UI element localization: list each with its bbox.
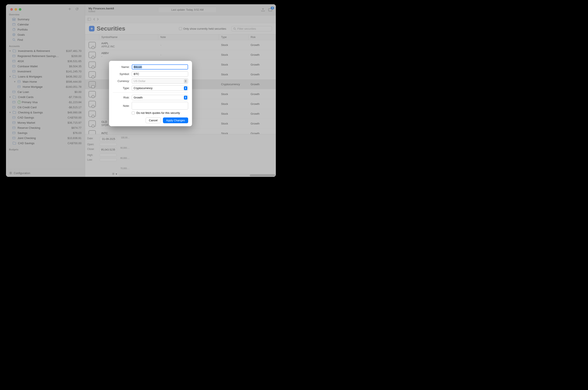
select-arrows-icon: ▲▼ (184, 96, 187, 99)
field-label-currency: Currency: (113, 79, 132, 83)
field-label-note: Note: (113, 104, 132, 107)
note-input[interactable] (132, 102, 188, 110)
apply-changes-button[interactable]: Apply Changes (163, 117, 188, 123)
edit-security-dialog: Name: Bitcoin Symbol: BTC Currency: US D… (109, 61, 192, 126)
symbol-input[interactable]: BTC (132, 71, 188, 77)
risk-select[interactable]: Growth ▲▼ (132, 95, 188, 100)
no-fetch-label: Do not fetch quotes for this security (136, 111, 180, 114)
field-label-symbol: Symbol: (113, 72, 132, 76)
cancel-button[interactable]: Cancel (146, 117, 161, 123)
name-input[interactable]: Bitcoin (132, 64, 188, 70)
select-arrows-icon: ▲▼ (184, 79, 187, 83)
field-label-risk: Risk: (113, 96, 132, 99)
type-select[interactable]: Cryptocurrency ▲▼ (132, 85, 188, 91)
currency-select[interactable]: US Dollar ▲▼ (132, 78, 188, 84)
field-label-name: Name: (113, 65, 132, 69)
field-label-type: Type: (113, 87, 132, 90)
no-fetch-checkbox[interactable] (132, 111, 135, 114)
select-arrows-icon: ▲▼ (184, 86, 187, 90)
